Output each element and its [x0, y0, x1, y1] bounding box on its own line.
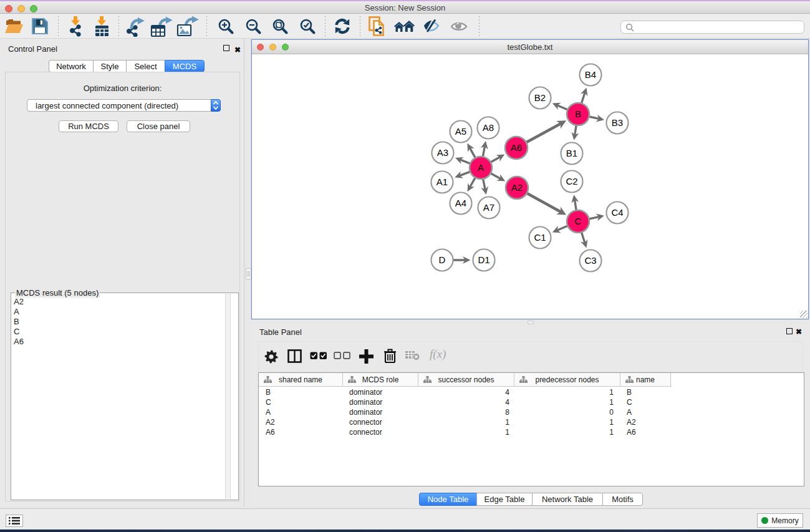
svg-text:B4: B4 [585, 69, 596, 80]
svg-text:B1: B1 [566, 148, 577, 158]
svg-text:A6: A6 [511, 142, 522, 153]
svg-text:A3: A3 [437, 147, 448, 158]
svg-text:C4: C4 [611, 207, 623, 218]
svg-text:A1: A1 [436, 177, 448, 187]
svg-text:C3: C3 [584, 255, 596, 266]
svg-text:A5: A5 [455, 126, 466, 137]
svg-text:A8: A8 [483, 122, 494, 133]
svg-text:D1: D1 [478, 254, 489, 265]
svg-text:C2: C2 [566, 176, 577, 186]
svg-text:A: A [478, 162, 484, 173]
svg-text:C1: C1 [534, 232, 546, 243]
svg-text:A4: A4 [455, 198, 466, 208]
svg-text:B3: B3 [612, 117, 623, 128]
svg-text:B: B [575, 109, 581, 119]
svg-text:C: C [575, 216, 582, 226]
svg-text:A7: A7 [483, 202, 494, 213]
svg-text:B2: B2 [534, 92, 546, 103]
svg-text:A2: A2 [511, 182, 523, 193]
svg-text:D: D [439, 254, 446, 265]
